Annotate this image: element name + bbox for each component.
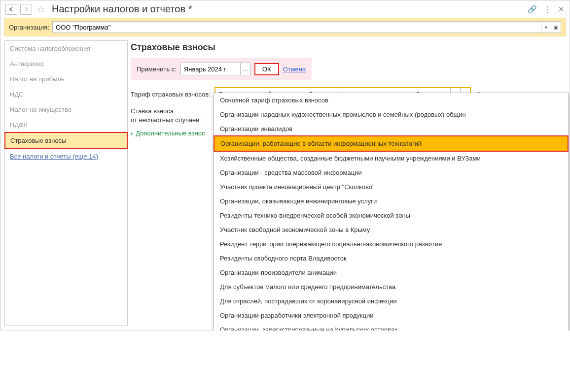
sidebar-item-nds[interactable]: НДС (5, 87, 127, 102)
arrow-right-icon (24, 7, 29, 12)
apply-from-label: Применить с: (137, 65, 177, 73)
organization-input[interactable] (53, 22, 541, 33)
tariff-option[interactable]: Резиденты свободного порта Владивосток (214, 251, 568, 265)
tariff-option[interactable]: Участник свободной экономической зоны в … (214, 223, 568, 237)
tariff-option[interactable]: Резиденты технико-внедренческой особой э… (214, 208, 568, 223)
page-title: Настройки налогов и отчетов * (52, 3, 192, 15)
apply-from-input-group: … (180, 63, 250, 75)
tariff-option[interactable]: Организации, зарегистрированные на Курил… (214, 323, 568, 330)
organization-dropdown-button[interactable]: ▾ (541, 22, 551, 33)
sidebar-item-tax-system[interactable]: Система налогообложения (5, 41, 127, 56)
sidebar-item-ndfl[interactable]: НДФЛ (5, 117, 127, 132)
sidebar-item-property-tax[interactable]: Налог на имущество (5, 102, 127, 117)
nav-forward-button[interactable] (20, 4, 32, 15)
tariff-option[interactable]: Организации-производители анимации (214, 265, 568, 280)
tariff-option[interactable]: Для субъектов малого или среднего предпр… (214, 280, 568, 294)
tariff-option[interactable]: Организации народных художественных пром… (214, 107, 568, 122)
apply-from-picker-button[interactable]: … (240, 63, 250, 75)
organization-input-group: ▾ ▣ (52, 21, 561, 33)
tariff-option[interactable]: Участник проекта инновационный центр "Ск… (214, 180, 568, 194)
favorite-icon[interactable]: ☆ (37, 4, 45, 15)
tariff-option[interactable]: Организации, оказывающие инжиниринговые … (214, 194, 568, 208)
apply-from-input[interactable] (181, 63, 240, 75)
tariff-option[interactable]: Резидент территории опережающего социаль… (214, 237, 568, 251)
nav-back-button[interactable] (5, 4, 17, 15)
tariff-option[interactable]: Организации-разработчики электронной про… (214, 308, 568, 323)
organization-label: Организация: (9, 24, 49, 31)
sidebar-item-all-taxes[interactable]: Все налоги и отчеты (еще 14) (5, 149, 127, 164)
section-title: Страховые взносы (131, 42, 566, 53)
organization-open-button[interactable]: ▣ (551, 22, 561, 33)
link-icon[interactable]: 🔗 (528, 5, 537, 14)
close-icon[interactable]: ✕ (558, 5, 565, 14)
cancel-link[interactable]: Отмена (283, 65, 306, 73)
more-icon[interactable]: ⋮ (544, 5, 551, 14)
tariff-option[interactable]: Организации - средства массовой информац… (214, 165, 568, 180)
tariff-option[interactable]: Для отраслей, пострадавших от коронавиру… (214, 294, 568, 308)
sidebar-item-insurance[interactable]: Страховые взносы (4, 132, 128, 149)
tariff-option[interactable]: Организации инвалидов (214, 122, 568, 136)
apply-bar: Применить с: … ОК Отмена (131, 58, 312, 80)
tariff-label: Тариф страховых взносов: (131, 91, 211, 98)
organization-bar: Организация: ▾ ▣ (4, 18, 566, 36)
sidebar-item-anticrisis[interactable]: Антикризис (5, 56, 127, 71)
tariff-option[interactable]: Хозяйственные общества, созданные бюджет… (214, 151, 568, 165)
tariff-option[interactable]: Организации, работающие в области информ… (214, 135, 569, 152)
sidebar: Система налогообложения Антикризис Налог… (4, 40, 128, 326)
sidebar-item-profit-tax[interactable]: Налог на прибыль (5, 71, 127, 87)
tariff-dropdown-list: Основной тариф страховых взносовОрганиза… (214, 93, 569, 330)
ok-button[interactable]: ОК (254, 63, 279, 75)
arrow-left-icon (9, 7, 14, 12)
tariff-option[interactable]: Основной тариф страховых взносов (214, 93, 568, 107)
